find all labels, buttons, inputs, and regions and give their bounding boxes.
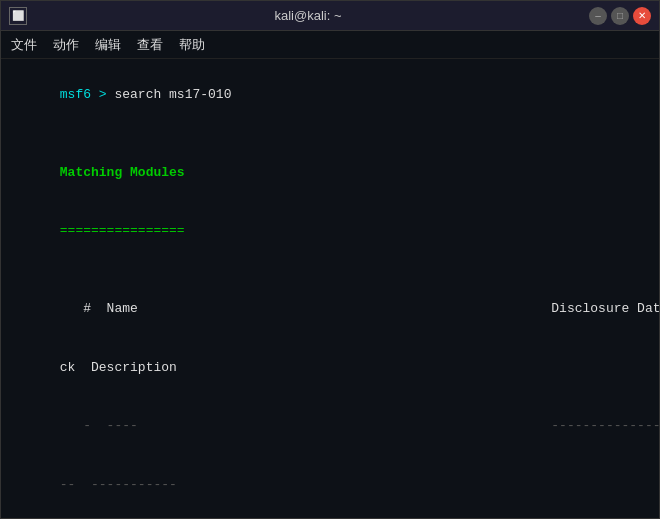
- title-bar: ⬜ kali@kali: ~ – □ ✕: [1, 1, 659, 31]
- close-button[interactable]: ✕: [633, 7, 651, 25]
- terminal-window: ⬜ kali@kali: ~ – □ ✕ 文件 动作 编辑 查看 帮助 msf6…: [0, 0, 660, 519]
- matching-underline: ================: [13, 202, 647, 261]
- col-divider-2: -- -----------: [13, 455, 647, 514]
- col-header-1: # Name Disclosure Date Rank Che: [13, 280, 647, 339]
- menu-file[interactable]: 文件: [11, 36, 37, 54]
- blank-1: [13, 124, 647, 144]
- title-bar-left: ⬜: [9, 7, 27, 25]
- minimize-button[interactable]: –: [589, 7, 607, 25]
- menu-edit[interactable]: 编辑: [95, 36, 121, 54]
- window-icon: ⬜: [9, 7, 27, 25]
- window-controls: – □ ✕: [589, 7, 651, 25]
- row-0-path: 0 exploit/windows/smb/ms17_010_eternalbl…: [13, 514, 647, 519]
- menu-help[interactable]: 帮助: [179, 36, 205, 54]
- maximize-button[interactable]: □: [611, 7, 629, 25]
- menu-view[interactable]: 查看: [137, 36, 163, 54]
- prompt-line-1: msf6 > search ms17-010: [13, 65, 647, 124]
- menu-bar: 文件 动作 编辑 查看 帮助: [1, 31, 659, 59]
- col-divider-1: - ---- --------------- ---- ---: [13, 397, 647, 456]
- matching-header: Matching Modules: [13, 143, 647, 202]
- col-header-2: ck Description: [13, 338, 647, 397]
- cmd-1: search ms17-010: [114, 87, 231, 102]
- prompt-1: msf6 >: [60, 87, 115, 102]
- blank-2: [13, 260, 647, 280]
- terminal-body[interactable]: msf6 > search ms17-010 Matching Modules …: [1, 59, 659, 518]
- menu-action[interactable]: 动作: [53, 36, 79, 54]
- window-title: kali@kali: ~: [274, 8, 341, 23]
